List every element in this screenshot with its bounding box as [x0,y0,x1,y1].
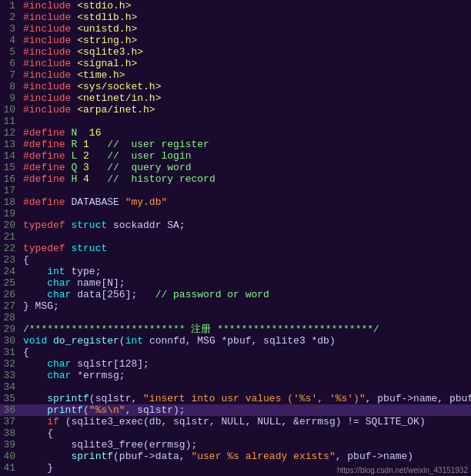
line-number: 1 [0,0,22,12]
line-number: 19 [0,208,22,220]
line-number: 15 [0,162,22,173]
table-row: 33 char *errmsg; [0,370,471,381]
line-number: 14 [0,150,22,162]
line-code: #include <arpa/inet.h> [22,104,471,116]
line-code: #include <stdlib.h> [22,12,471,23]
table-row: 7#include <time.h> [0,69,471,81]
table-row: 31{ [0,347,471,358]
table-row: 2#include <stdlib.h> [0,12,471,23]
table-row: 29/************************** 注册 *******… [0,323,471,335]
line-number: 10 [0,104,22,116]
table-row: 20typedef struct sockaddr SA; [0,220,471,231]
table-row: 16#define H 4 // history record [0,173,471,185]
line-number: 32 [0,358,22,370]
line-number: 5 [0,46,22,58]
line-number: 3 [0,23,22,35]
line-code [22,116,471,127]
table-row: 14#define L 2 // user login [0,150,471,162]
line-number: 28 [0,312,22,323]
table-row: 37 if (sqlite3_exec(db, sqlstr, NULL, NU… [0,416,471,427]
line-number: 20 [0,220,22,231]
line-number: 41 [0,462,22,474]
line-code: #define R 1 // user register [22,139,471,150]
line-number: 2 [0,12,22,23]
line-code: char name[N]; [22,277,471,289]
table-row: 18#define DATABASE "my.db" [0,196,471,208]
code-editor: 1#include <stdio.h>2#include <stdlib.h>3… [0,0,471,476]
line-code [22,231,471,243]
line-code: char sqlstr[128]; [22,358,471,370]
table-row: 22typedef struct [0,243,471,254]
table-row: 38 { [0,427,471,439]
table-row: 36 printf("%s\n", sqlstr); [0,404,471,416]
line-code: #include <stdio.h> [22,0,471,12]
line-code: #include <unistd.h> [22,23,471,35]
line-number: 29 [0,323,22,335]
table-row: 19 [0,208,471,220]
line-code: #define DATABASE "my.db" [22,196,471,208]
line-code: { [22,254,471,266]
line-number: 8 [0,81,22,92]
line-code: void do_register(int connfd, MSG *pbuf, … [22,335,471,347]
table-row: 17 [0,185,471,196]
table-row: 8#include <sys/socket.h> [0,81,471,92]
line-number: 21 [0,231,22,243]
table-row: 40 sprintf(pbuf->data, "user %s already … [0,451,471,462]
table-row: 28 [0,312,471,323]
table-row: 24 int type; [0,266,471,277]
table-row: 11 [0,116,471,127]
line-number: 35 [0,393,22,404]
line-code: sprintf(pbuf->data, "user %s already exi… [22,451,471,462]
line-number: 4 [0,35,22,46]
table-row: 30void do_register(int connfd, MSG *pbuf… [0,335,471,347]
line-number: 9 [0,92,22,104]
table-row: 32 char sqlstr[128]; [0,358,471,370]
line-code [22,185,471,196]
line-number: 40 [0,451,22,462]
line-number: 33 [0,370,22,381]
line-number: 27 [0,300,22,312]
line-number: 24 [0,266,22,277]
table-row: 26 char data[256]; // password or word [0,289,471,300]
line-number: 7 [0,69,22,81]
code-table: 1#include <stdio.h>2#include <stdlib.h>3… [0,0,471,474]
table-row: 5#include <sqlite3.h> [0,46,471,58]
table-row: 6#include <signal.h> [0,58,471,69]
line-number: 39 [0,439,22,451]
line-code: #include <string.h> [22,35,471,46]
table-row: 10#include <arpa/inet.h> [0,104,471,116]
line-number: 31 [0,347,22,358]
table-row: 39 sqlite3_free(errmsg); [0,439,471,451]
line-code: typedef struct [22,243,471,254]
line-code [22,208,471,220]
line-code: { [22,427,471,439]
line-code [22,381,471,393]
line-code: int type; [22,266,471,277]
line-number: 16 [0,173,22,185]
line-code: #define N 16 [22,127,471,139]
line-number: 11 [0,116,22,127]
line-number: 38 [0,427,22,439]
line-code: if (sqlite3_exec(db, sqlstr, NULL, NULL,… [22,416,471,427]
line-number: 26 [0,289,22,300]
line-code: /************************** 注册 *********… [22,323,471,335]
line-code: typedef struct sockaddr SA; [22,220,471,231]
line-code: sprintf(sqlstr, "insert into usr values … [22,393,471,404]
table-row: 13#define R 1 // user register [0,139,471,150]
line-number: 36 [0,404,22,416]
line-number: 6 [0,58,22,69]
line-code: char data[256]; // password or word [22,289,471,300]
table-row: 9#include <netinet/in.h> [0,92,471,104]
line-code: #define Q 3 // query word [22,162,471,173]
watermark: https://blog.csdn.net/weixin_43151932 [337,466,468,474]
line-number: 18 [0,196,22,208]
line-code: } MSG; [22,300,471,312]
line-code: #include <time.h> [22,69,471,81]
line-number: 12 [0,127,22,139]
table-row: 25 char name[N]; [0,277,471,289]
table-row: 12#define N 16 [0,127,471,139]
line-number: 13 [0,139,22,150]
line-number: 30 [0,335,22,347]
table-row: 4#include <string.h> [0,35,471,46]
line-code: printf("%s\n", sqlstr); [22,404,471,416]
